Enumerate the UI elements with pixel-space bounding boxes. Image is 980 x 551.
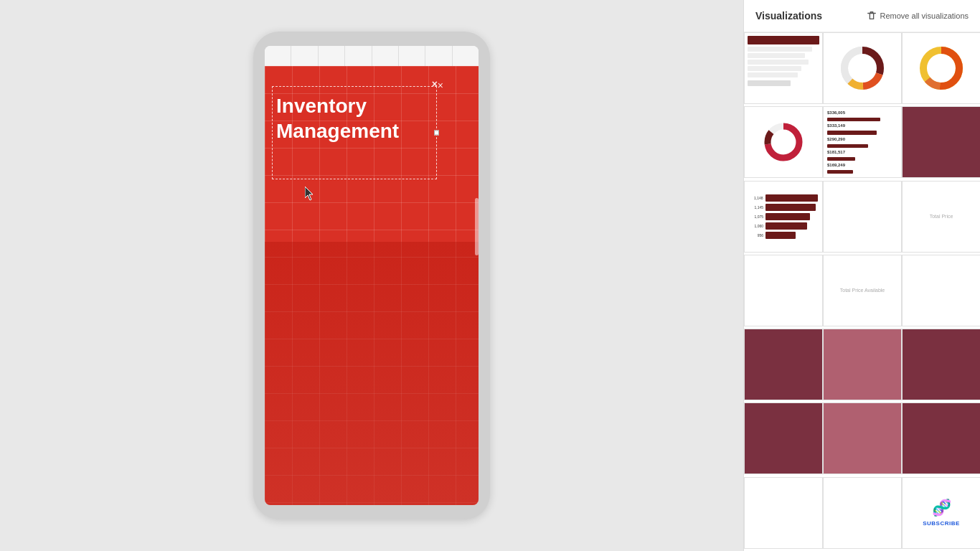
panel-title: Visualizations	[755, 10, 822, 22]
viz-thumb-solid-mid-2[interactable]	[823, 402, 902, 474]
thumb-table-row-5	[748, 72, 798, 77]
thumb-list-row-3: $290,290	[827, 137, 897, 141]
thumb-total-price-available-content: Total Price Available	[824, 255, 901, 326]
phone-top-bar-segment-5	[372, 46, 399, 66]
inventory-management-text: Inventory Management	[276, 93, 479, 143]
thumb-white-empty-2-content	[903, 255, 980, 326]
thumb-list-bar-2	[827, 131, 877, 134]
thumb-list-val-5: $169,249	[827, 163, 845, 167]
thumb-bar-row-4: 1,060	[749, 222, 818, 230]
donut-multicolor-svg	[837, 43, 887, 93]
phone-mockup: × Inventory Management	[253, 32, 490, 519]
thumb-bar-fill-3	[765, 213, 810, 220]
thumb-donut-red-content	[745, 107, 822, 177]
thumb-list-row-2: $333,149	[827, 123, 897, 128]
thumb-list-row-5: $169,249	[827, 163, 897, 167]
remove-all-button[interactable]: Remove all visualizations	[867, 11, 969, 21]
thumb-bar-row-3: 1,075	[749, 213, 818, 220]
phone-top-bar-segment-2	[291, 46, 318, 66]
thumb-bar-label-2: 1,145	[749, 205, 763, 209]
viz-thumb-total-price-available[interactable]: Total Price Available	[823, 255, 902, 326]
thumb-list-bar-4	[827, 157, 855, 161]
thumb-table-content	[745, 33, 822, 103]
thumb-list-val-4: $181,517	[827, 150, 845, 154]
thumb-bar-label-3: 1,075	[749, 215, 763, 219]
thumb-table-row-2	[748, 53, 805, 58]
viz-thumb-subscribe[interactable]: 🧬 SUBSCRIBE	[902, 477, 980, 549]
thumb-bar-fill-4	[765, 222, 807, 230]
donut-red-svg	[762, 121, 805, 164]
phone-top-bar-segment-8	[453, 46, 479, 66]
thumb-donut-multicolor-content	[824, 33, 901, 103]
thumb-bar-fill-2	[765, 204, 816, 211]
viz-thumb-empty-20[interactable]	[823, 477, 902, 549]
thumb-solid-dark-3-content	[903, 329, 980, 400]
thumb-solid-dark-2-content	[745, 329, 822, 400]
viz-thumb-solid-dark-2[interactable]	[744, 329, 823, 400]
viz-thumb-donut-orange[interactable]	[902, 32, 980, 104]
viz-thumb-donut-multicolor[interactable]	[823, 32, 902, 104]
thumb-table-row-4	[748, 66, 801, 71]
viz-thumb-solid-dark-5[interactable]	[902, 402, 980, 474]
viz-thumb-total-price[interactable]: Total Price	[902, 181, 980, 253]
remove-all-icon	[867, 11, 877, 21]
phone-screen: × Inventory Management	[265, 46, 479, 505]
viz-thumb-solid-mid[interactable]	[823, 329, 902, 400]
thumb-total-price-available-label: Total Price Available	[840, 288, 885, 293]
thumb-donut-orange-content	[903, 33, 980, 103]
thumb-total-price-label: Total Price	[930, 214, 953, 219]
thumb-list-val-1: $336,005	[827, 110, 845, 115]
viz-grid: $336,005 $333,149 $290,290 $181,517 $169…	[744, 32, 980, 551]
scroll-indicator[interactable]	[475, 198, 479, 255]
viz-thumb-donut-red[interactable]	[744, 106, 823, 178]
close-selection-icon[interactable]: ×	[432, 78, 438, 90]
thumb-solid-dark-5-content	[903, 403, 980, 474]
thumb-list-bar-1	[827, 118, 880, 121]
phone-top-bar-segment-1	[265, 46, 291, 66]
thumb-solid-mid-content	[824, 329, 901, 400]
thumb-bar-label-5: 956	[749, 233, 763, 237]
viz-thumb-table[interactable]	[744, 32, 823, 104]
main-canvas: × Inventory Management	[0, 0, 743, 551]
thumb-table-header	[748, 36, 819, 44]
thumb-bar-fill-1	[765, 194, 818, 202]
thumb-white-empty-content	[824, 182, 901, 252]
donut-orange-svg	[916, 43, 966, 93]
viz-thumb-white-empty-2[interactable]	[902, 255, 980, 326]
thumb-table-footer	[748, 80, 791, 86]
viz-thumb-empty-19[interactable]	[744, 477, 823, 549]
viz-thumb-solid-dark-4[interactable]	[744, 402, 823, 474]
subscribe-dna-icon: 🧬	[932, 499, 951, 517]
thumb-solid-dark-content	[903, 107, 980, 177]
thumb-table-row-3	[748, 60, 809, 65]
thumb-list-bar-3	[827, 144, 868, 148]
thumb-bar-row-1: 1,148	[749, 194, 818, 202]
thumb-list-val-3: $290,290	[827, 137, 845, 141]
phone-top-bar	[265, 46, 479, 66]
thumb-bars-content: 1,148 1,145 1,075 1,060 956	[745, 182, 822, 252]
viz-thumb-solid-dark[interactable]	[902, 106, 980, 178]
phone-top-bar-segment-4	[345, 46, 372, 66]
thumb-list-val-2: $333,149	[827, 123, 845, 128]
thumb-solid-mid-2-content	[824, 403, 901, 474]
right-panel: Visualizations Remove all visualizations	[743, 0, 980, 551]
thumb-list-bar-5	[827, 170, 853, 174]
viz-thumb-solid-dark-3[interactable]	[902, 329, 980, 400]
viz-thumb-list-values[interactable]: $336,005 $333,149 $290,290 $181,517 $169…	[823, 106, 902, 178]
thumb-table-row-1	[748, 47, 812, 52]
thumb-list-values-content: $336,005 $333,149 $290,290 $181,517 $169…	[824, 107, 901, 177]
phone-top-bar-segment-6	[399, 46, 425, 66]
thumb-bar-label-1: 1,148	[749, 196, 763, 200]
thumb-bar-label-4: 1,060	[749, 224, 763, 228]
thumb-bar-row-5: 956	[749, 232, 818, 239]
thumb-bubble-map-content	[745, 255, 822, 326]
thumb-list-row-4: $181,517	[827, 150, 897, 154]
subscribe-text-label: SUBSCRIBE	[923, 520, 960, 527]
phone-top-bar-segment-3	[319, 46, 345, 66]
thumb-subscribe-content: 🧬 SUBSCRIBE	[903, 478, 980, 548]
viz-thumb-bubble-map[interactable]	[744, 255, 823, 326]
remove-all-label: Remove all visualizations	[880, 11, 969, 20]
thumb-bar-row-2: 1,145	[749, 204, 818, 211]
viz-thumb-bars[interactable]: 1,148 1,145 1,075 1,060 956	[744, 181, 823, 253]
viz-thumb-white-empty[interactable]	[823, 181, 902, 253]
